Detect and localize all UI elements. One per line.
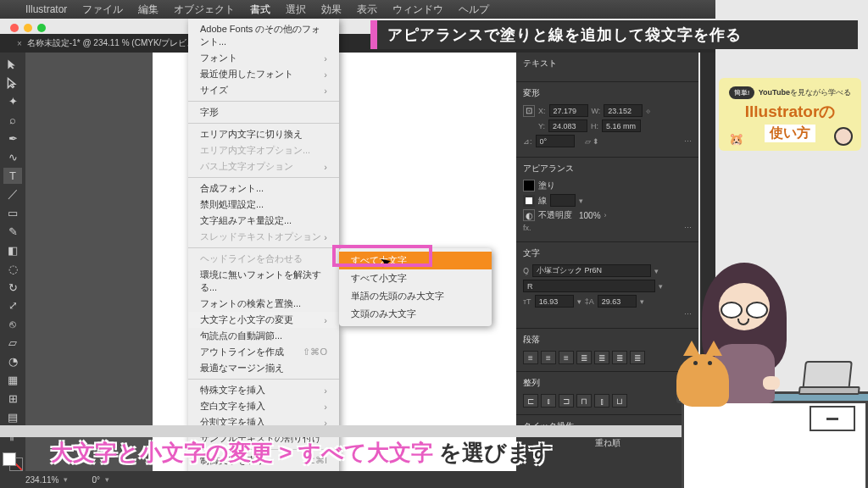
menu-help[interactable]: ヘルプ bbox=[459, 3, 489, 17]
opacity-value[interactable]: 100% bbox=[579, 211, 601, 220]
menu-object[interactable]: オブジェクト bbox=[174, 3, 235, 17]
menu-edit[interactable]: 編集 bbox=[138, 3, 159, 17]
justify-center-button[interactable]: ≣ bbox=[594, 351, 609, 364]
type-menu-dropdown: Adobe Fonts のその他のフォント...フォント最近使用したフォントサイ… bbox=[188, 19, 339, 488]
submenu-item[interactable]: すべて小文字 bbox=[339, 269, 492, 287]
menu-item[interactable]: 文字組みアキ量設定... bbox=[188, 213, 339, 229]
curvature-tool[interactable]: ∿ bbox=[3, 149, 22, 166]
stroke-weight-input[interactable] bbox=[550, 194, 576, 207]
halign-center-button[interactable]: ⫾ bbox=[541, 394, 556, 408]
w-input[interactable] bbox=[604, 104, 643, 117]
menu-item[interactable]: 禁則処理設定... bbox=[188, 197, 339, 213]
fill-stroke-swatch[interactable] bbox=[3, 452, 23, 471]
align-right-button[interactable]: ≡ bbox=[559, 351, 574, 364]
halign-left-button[interactable]: ⊏ bbox=[523, 394, 538, 408]
menu-item[interactable]: 空白文字を挿入 bbox=[188, 398, 339, 414]
justify-left-button[interactable]: ≣ bbox=[576, 351, 592, 364]
promo-card: 簡単! YouTubeを見ながら学べる Illustratorの 🐹 使い方 bbox=[719, 78, 861, 151]
gradient-tool[interactable]: ▤ bbox=[3, 409, 22, 426]
submenu-item[interactable]: 単語の先頭のみ大文字 bbox=[339, 287, 492, 305]
link-icon[interactable]: ⟐ bbox=[646, 107, 650, 115]
menu-item[interactable]: 句読点の自動調節... bbox=[188, 328, 339, 344]
scale-tool[interactable]: ⤢ bbox=[3, 297, 22, 314]
halign-right-button[interactable]: ⊐ bbox=[559, 394, 574, 408]
justify-right-button[interactable]: ≣ bbox=[612, 351, 627, 364]
more-icon[interactable]: ⋯ bbox=[684, 137, 692, 146]
magic-wand-tool[interactable]: ✦ bbox=[3, 93, 22, 110]
menu-item[interactable]: 字形 bbox=[188, 104, 339, 120]
paintbrush-tool[interactable]: ✎ bbox=[3, 223, 22, 240]
document-tab[interactable]: 名称未設定-1* @ 234.11 % (CMYK/プレビュー) bbox=[27, 37, 207, 49]
pen-tool[interactable]: ✒ bbox=[3, 130, 22, 147]
menu-view[interactable]: 表示 bbox=[357, 3, 377, 17]
menu-item[interactable]: アウトラインを作成⇧⌘O bbox=[188, 344, 339, 360]
x-input[interactable] bbox=[549, 104, 588, 117]
valign-top-button[interactable]: ⊓ bbox=[576, 394, 592, 408]
close-tab-icon[interactable]: × bbox=[17, 39, 22, 48]
justify-all-button[interactable]: ≣ bbox=[630, 351, 645, 364]
tutorial-caption: 大文字と小文字の変更 > すべて大文字 を選びます bbox=[51, 438, 553, 468]
close-window-button[interactable] bbox=[10, 24, 19, 32]
menu-item: エリア内文字オプション... bbox=[188, 142, 339, 158]
stroke-swatch-icon[interactable] bbox=[523, 195, 535, 207]
more-icon[interactable]: ⋯ bbox=[684, 224, 692, 232]
minimize-window-button[interactable] bbox=[24, 24, 32, 32]
menu-item[interactable]: サイズ bbox=[188, 82, 339, 98]
menu-item[interactable]: 特殊文字を挿入 bbox=[188, 382, 339, 398]
fill-swatch[interactable] bbox=[3, 452, 16, 466]
app-name[interactable]: Illustrator bbox=[25, 3, 67, 15]
change-case-submenu: すべて大文字すべて小文字単語の先頭のみ大文字文頭のみ大文字 bbox=[339, 248, 492, 326]
menu-select[interactable]: 選択 bbox=[286, 3, 306, 17]
fill-swatch-icon[interactable] bbox=[523, 180, 535, 191]
menu-item[interactable]: 環境に無いフォントを解決する... bbox=[188, 267, 339, 296]
submenu-item[interactable]: すべて大文字 bbox=[339, 252, 492, 269]
font-weight-select[interactable] bbox=[523, 280, 655, 292]
menu-item[interactable]: 大文字と小文字の変更 bbox=[188, 312, 339, 328]
rotate-tool[interactable]: ↻ bbox=[3, 279, 22, 296]
width-tool[interactable]: ⎋ bbox=[3, 316, 22, 333]
menu-item[interactable]: エリア内文字に切り換え bbox=[188, 126, 339, 142]
menu-file[interactable]: ファイル bbox=[82, 3, 123, 17]
reference-point-icon[interactable]: ⊡ bbox=[523, 105, 535, 117]
free-transform-tool[interactable]: ▱ bbox=[3, 335, 22, 352]
font-size-input[interactable] bbox=[535, 295, 574, 308]
menu-window[interactable]: ウィンドウ bbox=[392, 3, 443, 17]
valign-middle-button[interactable]: ⫿ bbox=[594, 394, 609, 408]
angle-input[interactable] bbox=[536, 135, 575, 147]
menu-item[interactable]: フォント bbox=[188, 50, 339, 66]
zoom-level[interactable]: 234.11% bbox=[25, 475, 58, 485]
align-center-button[interactable]: ≡ bbox=[541, 351, 556, 364]
fx-label[interactable]: fx. bbox=[523, 224, 531, 232]
direct-selection-tool[interactable] bbox=[3, 75, 22, 92]
rectangle-tool[interactable]: ▭ bbox=[3, 204, 22, 221]
menu-type[interactable]: 書式 bbox=[250, 3, 270, 17]
submenu-item[interactable]: 文頭のみ大文字 bbox=[339, 305, 492, 323]
menu-item[interactable]: 合成フォント... bbox=[188, 180, 339, 197]
leading-input[interactable] bbox=[598, 295, 637, 308]
zoom-window-button[interactable] bbox=[37, 24, 46, 32]
mesh-tool[interactable]: ⊞ bbox=[3, 391, 22, 408]
drawer-illustration bbox=[810, 406, 855, 431]
menu-item[interactable]: 最近使用したフォント bbox=[188, 66, 339, 82]
tutorial-title-overlay: アピアランスで塗りと線を追加して袋文字を作る bbox=[370, 20, 858, 49]
eraser-tool[interactable]: ◌ bbox=[3, 260, 22, 277]
rotate-view[interactable]: 0° bbox=[92, 475, 100, 485]
shape-builder-tool[interactable]: ◔ bbox=[3, 353, 22, 370]
menu-item[interactable]: フォントの検索と置換... bbox=[188, 296, 339, 312]
font-family-select[interactable] bbox=[532, 264, 651, 277]
valign-bottom-button[interactable]: ⊔ bbox=[612, 394, 627, 408]
selection-tool[interactable] bbox=[3, 56, 22, 73]
y-input[interactable] bbox=[548, 119, 587, 132]
menu-item[interactable]: Adobe Fonts のその他のフォント... bbox=[188, 21, 339, 50]
align-left-button[interactable]: ≡ bbox=[523, 351, 538, 364]
transform-title: 変形 bbox=[523, 87, 692, 99]
line-tool[interactable]: ／ bbox=[3, 186, 22, 202]
shaper-tool[interactable]: ◧ bbox=[3, 241, 22, 258]
type-tool[interactable]: T bbox=[3, 168, 22, 185]
menu-item[interactable]: 最適なマージン揃え bbox=[188, 360, 339, 376]
arrange-label[interactable]: 重ね順 bbox=[595, 437, 620, 449]
h-input[interactable] bbox=[602, 119, 641, 132]
perspective-tool[interactable]: ▦ bbox=[3, 372, 22, 389]
menu-effect[interactable]: 効果 bbox=[321, 3, 342, 17]
lasso-tool[interactable]: ⌕ bbox=[3, 112, 22, 129]
